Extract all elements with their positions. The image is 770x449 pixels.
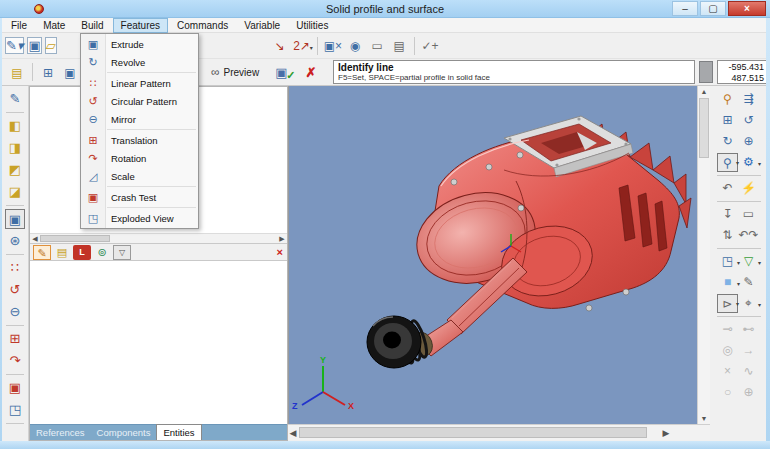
rotate-view-icon[interactable]: ↻	[717, 132, 738, 151]
menu-item-circular-pattern[interactable]: ↺Circular Pattern	[81, 92, 198, 110]
menu-item-scale[interactable]: ◿Scale	[81, 167, 198, 185]
menubar-item-commands[interactable]: Commands	[170, 19, 235, 32]
filter-funnel-icon[interactable]: ▽▾	[738, 252, 759, 271]
minimize-button[interactable]: –	[672, 1, 698, 16]
sketch-solid-icon[interactable]: ✎	[5, 89, 25, 109]
viewport-hscrollbar[interactable]: ◀ ▶	[288, 424, 710, 440]
scroll-thumb[interactable]	[699, 98, 709, 158]
menubar-item-mate[interactable]: Mate	[36, 19, 72, 32]
snap-center-icon: ◎	[717, 341, 738, 360]
menubar-item-build[interactable]: Build	[74, 19, 110, 32]
dimension-2d-icon[interactable]: 2↗▾	[293, 37, 311, 55]
entities-list[interactable]	[30, 262, 287, 424]
scroll-left-icon[interactable]: ◀	[30, 235, 40, 243]
close-button[interactable]: ×	[728, 1, 766, 16]
tab-references[interactable]: References	[30, 425, 91, 440]
preview-button[interactable]: ∞ Preview	[211, 65, 259, 79]
ok-button[interactable]: ▣✓	[275, 65, 287, 80]
panel-close-icon[interactable]: ×	[277, 246, 283, 258]
scroll-right-icon[interactable]: ▶	[277, 235, 287, 243]
viewport-frame-icon[interactable]: ▭	[368, 37, 386, 55]
extrude-solid-icon[interactable]: ◧	[5, 116, 25, 136]
viewport-vscrollbar[interactable]: ▲ ▼	[697, 86, 710, 424]
loft-solid-icon[interactable]: ◩	[5, 160, 25, 180]
scroll-up-icon[interactable]: ▲	[698, 86, 710, 95]
settings-gear-icon[interactable]: ⚙▾	[738, 153, 759, 172]
revolve-icon: ↻	[81, 56, 105, 69]
layer-icon[interactable]: L	[73, 245, 91, 260]
crash-test-icon[interactable]: ▣	[5, 378, 25, 398]
menu-item-label: Extrude	[105, 39, 144, 50]
menu-item-translation[interactable]: ⊞Translation	[81, 131, 198, 149]
zoom-previous-icon[interactable]: ↺	[738, 111, 759, 130]
tab-components[interactable]: Components	[91, 425, 157, 440]
cancel-button[interactable]: ✗	[305, 65, 316, 80]
mirror-body-icon[interactable]: ⊖	[5, 302, 25, 322]
rotation-icon[interactable]: ↷	[5, 351, 25, 371]
menu-item-mirror[interactable]: ⊖Mirror	[81, 110, 198, 128]
menu-item-crash-test[interactable]: ▣Crash Test	[81, 188, 198, 206]
undo-redo-icon[interactable]: ↶↷	[738, 226, 759, 245]
exploded-view-icon[interactable]: ◳	[5, 400, 25, 420]
assembly-tree-icon[interactable]: ⊞	[39, 64, 57, 82]
zoom-dynamic-icon[interactable]: ⚲	[717, 90, 738, 109]
circular-pattern-icon[interactable]: ↺	[5, 280, 25, 300]
delete-body-icon[interactable]: ▣×	[324, 37, 342, 55]
render-flash-icon[interactable]: ⚡	[738, 179, 759, 198]
solid-button[interactable]: ▣	[27, 37, 41, 54]
zoom-all-icon[interactable]: ⚲▾	[717, 153, 738, 172]
filter-box-icon[interactable]: ▽	[113, 245, 131, 260]
menubar-item-utilities[interactable]: Utilities	[289, 19, 335, 32]
revolve-body-icon[interactable]: ⊛	[5, 231, 25, 251]
profile-button[interactable]: ▱	[45, 37, 57, 54]
print-icon[interactable]: ▤	[390, 37, 408, 55]
blend-solid-icon[interactable]: ◪	[5, 182, 25, 202]
maximize-button[interactable]: ▢	[700, 1, 726, 16]
menu-item-rotation[interactable]: ↷Rotation	[81, 149, 198, 167]
fly-through-icon[interactable]: ⇶	[738, 90, 759, 109]
part-cube-icon[interactable]: ▣	[61, 64, 79, 82]
tab-entities[interactable]: Entities	[156, 424, 201, 440]
align-view-icon[interactable]: ↧	[717, 205, 738, 224]
menu-item-exploded-view[interactable]: ◳Exploded View	[81, 209, 198, 227]
menubar-item-file[interactable]: File	[4, 19, 34, 32]
menu-item-linear-pattern[interactable]: ∷Linear Pattern	[81, 74, 198, 92]
block-solid-icon[interactable]: ▣	[5, 209, 25, 229]
pause-button[interactable]	[699, 61, 713, 83]
view-cube-icon[interactable]: ◳▾	[717, 252, 738, 271]
undo-view-icon[interactable]: ↶	[717, 179, 738, 198]
linear-pattern-icon[interactable]: ∷	[5, 258, 25, 278]
open-file-icon[interactable]: ▤	[8, 64, 26, 82]
scroll-left-icon[interactable]: ◀	[288, 428, 298, 438]
select-entity-icon[interactable]: ⌖▾	[738, 294, 759, 313]
work-plane-icon[interactable]: ■▾	[717, 273, 738, 292]
scroll-right-icon[interactable]: ▶	[661, 428, 671, 438]
sketch-button[interactable]: ✎▾	[5, 37, 24, 54]
menu-item-revolve[interactable]: ↻Revolve	[81, 53, 198, 71]
scroll-thumb[interactable]	[299, 427, 647, 438]
select-sketch-icon[interactable]: ⊳▾	[717, 294, 738, 313]
menubar-item-features[interactable]: Features	[113, 18, 168, 33]
material-globe-icon[interactable]: ⊚	[93, 245, 111, 260]
edit-pencil-icon[interactable]: ✎	[33, 245, 51, 260]
fit-window-icon[interactable]: ▭	[738, 205, 759, 224]
markup-arrow-icon[interactable]: ↘	[271, 37, 289, 55]
menubar-item-variable[interactable]: Variable	[237, 19, 287, 32]
library-icon[interactable]: ▤	[53, 245, 71, 260]
snap-cross-icon: ×	[717, 362, 738, 381]
menu-item-extrude[interactable]: ▣Extrude	[81, 35, 198, 53]
swap-view-icon[interactable]: ⇅	[717, 226, 738, 245]
pan-view-icon[interactable]: ⊞	[717, 111, 738, 130]
visibility-icon[interactable]: ◉	[346, 37, 364, 55]
verify-check-icon[interactable]: ✓+	[421, 37, 439, 55]
sweep-solid-icon[interactable]: ◨	[5, 138, 25, 158]
sketch-edit-icon[interactable]: ✎	[738, 273, 759, 292]
tree-hscrollbar[interactable]: ◀ ▶	[30, 233, 287, 243]
scroll-down-icon[interactable]: ▼	[698, 415, 710, 422]
translation-icon[interactable]: ⊞	[5, 329, 25, 349]
snap-spline-icon: ∿	[738, 362, 759, 381]
menu-item-label: Exploded View	[105, 213, 174, 224]
zoom-in-out-icon[interactable]: ⊕	[738, 132, 759, 151]
scroll-thumb[interactable]	[40, 235, 110, 241]
viewport-3d[interactable]: Y Z X	[288, 86, 697, 424]
